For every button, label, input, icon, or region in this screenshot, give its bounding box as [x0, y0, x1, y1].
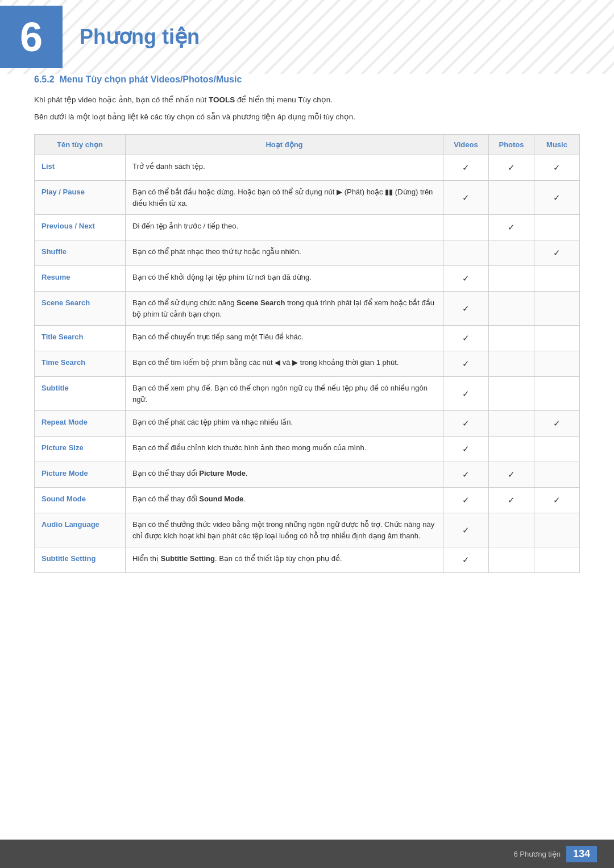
table-row-videos: ✓	[443, 351, 489, 377]
table-row-videos: ✓	[443, 411, 489, 437]
table-row-videos	[443, 240, 489, 266]
table-row-photos	[489, 437, 534, 462]
table-row-name: Picture Size	[35, 437, 126, 462]
chapter-number: 6	[20, 14, 43, 60]
table-row-music	[534, 326, 580, 351]
footer-page: 134	[566, 846, 597, 862]
table-row-music	[534, 547, 580, 573]
table-row-music	[534, 351, 580, 377]
table-row-photos	[489, 547, 534, 573]
col-header-action: Hoạt động	[126, 135, 443, 155]
table-row-name: Play / Pause	[35, 181, 126, 215]
table-row-videos: ✓	[443, 266, 489, 292]
section-title: 6.5.2 Menu Tùy chọn phát Videos/Photos/M…	[34, 74, 580, 85]
options-table: Tên tùy chọn Hoạt động Videos Photos Mus…	[34, 134, 580, 573]
table-row-photos	[489, 377, 534, 411]
table-row-music	[534, 292, 580, 326]
table-row-photos: ✓	[489, 488, 534, 513]
table-row-photos	[489, 326, 534, 351]
table-row-action: Bạn có thể chuyển trực tiếp sang một Tiê…	[126, 326, 443, 351]
table-row-name: Subtitle	[35, 377, 126, 411]
table-row-action: Bạn có thể tìm kiếm bộ phim bằng các nút…	[126, 351, 443, 377]
table-row-photos: ✓	[489, 462, 534, 488]
footer-text: 6 Phương tiện	[513, 850, 561, 858]
table-row-action: Bạn có thể điều chỉnh kích thước hình ản…	[126, 437, 443, 462]
table-row-action: Bạn có thể bắt đầu hoặc dừng. Hoặc bạn c…	[126, 181, 443, 215]
table-row-music: ✓	[534, 411, 580, 437]
table-row-action: Bạn có thể phát nhạc theo thứ tự hoặc ng…	[126, 240, 443, 266]
table-row-photos: ✓	[489, 155, 534, 181]
table-row-photos	[489, 292, 534, 326]
table-row-videos: ✓	[443, 513, 489, 547]
table-row-action: Bạn có thể thưởng thức video bằng một tr…	[126, 513, 443, 547]
table-row-action: Bạn có thể thay đổi Picture Mode.	[126, 462, 443, 488]
table-row-music	[534, 513, 580, 547]
table-row-action: Bạn có thể sử dụng chức năng Scene Searc…	[126, 292, 443, 326]
table-row-videos: ✓	[443, 377, 489, 411]
table-row-photos	[489, 266, 534, 292]
table-row-music: ✓	[534, 155, 580, 181]
table-row-photos	[489, 351, 534, 377]
table-row-name: Picture Mode	[35, 462, 126, 488]
table-row-music	[534, 377, 580, 411]
table-row-action: Đi đến tệp ảnh trước / tiếp theo.	[126, 215, 443, 240]
table-row-name: Scene Search	[35, 292, 126, 326]
table-row-videos: ✓	[443, 547, 489, 573]
table-row-name: Audio Language	[35, 513, 126, 547]
table-row-action: Bạn có thể xem phụ đề. Bạn có thể chọn n…	[126, 377, 443, 411]
table-row-music	[534, 462, 580, 488]
intro-line-1: Khi phát tệp video hoặc ảnh, bạn có thể …	[34, 94, 580, 106]
intro-line-2: Bên dưới là một loạt bảng liệt kê các tù…	[34, 111, 580, 123]
chapter-number-box: 6	[0, 6, 63, 68]
table-row-name: Time Search	[35, 351, 126, 377]
table-row-music	[534, 266, 580, 292]
table-row-videos: ✓	[443, 292, 489, 326]
table-row-action: Trở về danh sách tệp.	[126, 155, 443, 181]
table-row-photos	[489, 240, 534, 266]
table-row-action: Hiển thị Subtitle Setting. Bạn có thể th…	[126, 547, 443, 573]
col-header-name: Tên tùy chọn	[35, 135, 126, 155]
table-row-action: Bạn có thể thay đổi Sound Mode.	[126, 488, 443, 513]
table-row-music: ✓	[534, 181, 580, 215]
table-row-photos	[489, 411, 534, 437]
table-row-action: Bạn có thể phát các tệp phim và nhạc nhi…	[126, 411, 443, 437]
col-header-videos: Videos	[443, 135, 489, 155]
table-row-photos	[489, 181, 534, 215]
col-header-music: Music	[534, 135, 580, 155]
table-row-name: Sound Mode	[35, 488, 126, 513]
chapter-title: Phương tiện	[80, 25, 200, 49]
table-row-name: Shuffle	[35, 240, 126, 266]
col-header-photos: Photos	[489, 135, 534, 155]
table-row-music	[534, 437, 580, 462]
table-row-photos	[489, 513, 534, 547]
table-row-music: ✓	[534, 240, 580, 266]
table-row-videos: ✓	[443, 326, 489, 351]
table-row-videos: ✓	[443, 181, 489, 215]
table-row-name: Resume	[35, 266, 126, 292]
table-row-music	[534, 215, 580, 240]
table-row-name: List	[35, 155, 126, 181]
table-row-videos: ✓	[443, 462, 489, 488]
table-row-name: Repeat Mode	[35, 411, 126, 437]
table-row-videos	[443, 215, 489, 240]
table-row-name: Subtitle Setting	[35, 547, 126, 573]
table-row-name: Previous / Next	[35, 215, 126, 240]
table-row-music: ✓	[534, 488, 580, 513]
table-row-action: Bạn có thể khởi động lại tệp phim từ nơi…	[126, 266, 443, 292]
table-row-name: Title Search	[35, 326, 126, 351]
table-row-photos: ✓	[489, 215, 534, 240]
table-row-videos: ✓	[443, 437, 489, 462]
table-row-videos: ✓	[443, 155, 489, 181]
table-row-videos: ✓	[443, 488, 489, 513]
footer: 6 Phương tiện 134	[0, 840, 614, 868]
